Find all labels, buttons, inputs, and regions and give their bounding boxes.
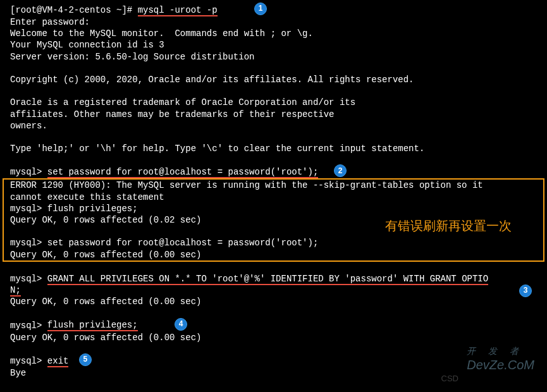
copyright-line: Copyright (c) 2000, 2020, Oracle and/or … (10, 74, 537, 85)
connection-id-line: Your MySQL connection id is 3 (10, 39, 537, 51)
set-password-retry-line: mysql> set password for root@localhost =… (10, 237, 537, 248)
grant-continuation-line: N;3 (10, 285, 537, 296)
flush-command: flush privileges; (47, 204, 138, 214)
trademark-line-1: Oracle is a registered trademark of Orac… (10, 97, 537, 108)
help-line: Type 'help;' or '\h' for help. Type '\c'… (10, 143, 537, 154)
annotation-badge-5: 5 (79, 353, 92, 366)
set-password-command: set password for root@localhost = passwo… (47, 167, 318, 178)
shell-prompt: [root@VM-4-2-centos ~]# (10, 5, 132, 15)
flush-privileges-line-2: mysql> flush privileges; 4 (10, 319, 537, 332)
server-version-line: Server version: 5.6.50-log Source distri… (10, 51, 537, 63)
blank-line (10, 132, 537, 143)
grant-privileges-line: mysql> GRANT ALL PRIVILEGES ON *.* TO 'r… (10, 273, 537, 285)
set-password-retry-command: set password for root@localhost = passwo… (47, 238, 318, 248)
annotation-badge-2: 2 (334, 164, 347, 177)
query-ok-line: Query OK, 0 rows affected (0.00 sec) (10, 249, 537, 260)
query-ok-line: Query OK, 0 rows affected (0.00 sec) (10, 296, 537, 307)
blank-line (10, 343, 537, 355)
blank-line (10, 63, 537, 74)
trademark-line-3: owners. (10, 120, 537, 132)
flush-command-2: flush privileges; (47, 320, 138, 331)
grant-command-cont: N; (10, 285, 21, 297)
annotation-badge-4: 4 (175, 318, 187, 331)
set-password-line: mysql> set password for root@localhost =… (10, 166, 537, 178)
blank-line (10, 308, 537, 319)
blank-line (10, 154, 537, 166)
mysql-login-command: mysql -uroot -p (138, 5, 218, 16)
annotation-badge-1: 1 (254, 3, 267, 15)
blank-line (10, 85, 537, 97)
mysql-prompt: mysql> (10, 204, 42, 214)
query-ok-line: Query OK, 0 rows affected (0.00 sec) (10, 332, 537, 343)
mysql-prompt: mysql> (10, 320, 42, 330)
flush-privileges-line: mysql> flush privileges; (10, 203, 537, 214)
annotation-badge-3: 3 (519, 285, 532, 297)
exit-line: mysql> exit 5 (10, 355, 537, 367)
mysql-prompt: mysql> (10, 356, 42, 366)
grant-command: GRANT ALL PRIVILEGES ON *.* TO 'root'@'%… (47, 274, 488, 285)
welcome-line: Welcome to the MySQL monitor. Commands e… (10, 28, 537, 39)
mysql-prompt: mysql> (10, 274, 42, 284)
enter-password-line: Enter password: (10, 16, 537, 28)
shell-prompt-line: [root@VM-4-2-centos ~]# mysql -uroot -p … (10, 4, 537, 16)
mysql-prompt: mysql> (10, 238, 42, 248)
error-line-1: ERROR 1290 (HY000): The MySQL server is … (10, 180, 537, 191)
exit-command: exit (47, 356, 69, 367)
blank-line (10, 262, 537, 273)
error-highlight-box: ERROR 1290 (HY000): The MySQL server is … (3, 178, 544, 261)
mysql-prompt: mysql> (10, 167, 42, 177)
chinese-annotation: 有错误刷新再设置一次 (385, 217, 512, 234)
bye-line: Bye (10, 367, 537, 379)
error-line-2: cannot execute this statement (10, 192, 537, 203)
trademark-line-2: affiliates. Other names may be trademark… (10, 109, 537, 120)
